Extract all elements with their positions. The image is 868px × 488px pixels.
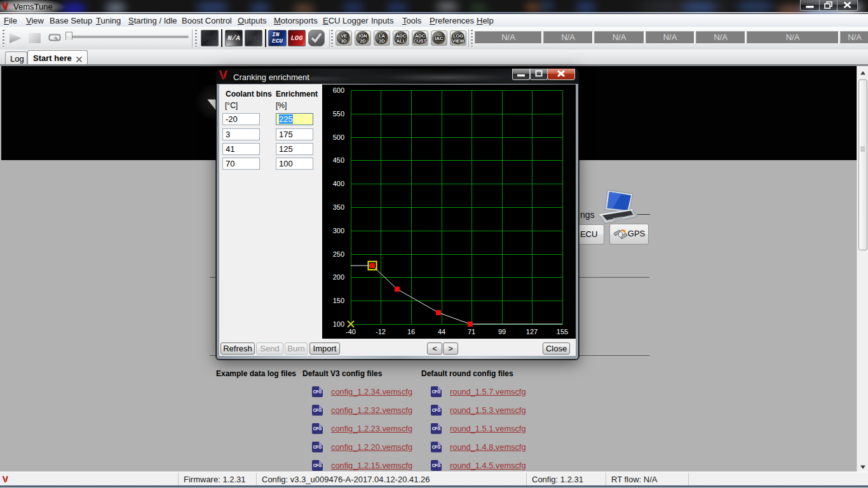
svg-text:16: 16 xyxy=(407,328,415,336)
svg-text:300: 300 xyxy=(333,227,344,234)
svg-text:600: 600 xyxy=(333,86,344,94)
svg-text:350: 350 xyxy=(333,203,344,211)
svg-text:-12: -12 xyxy=(376,328,386,336)
svg-text:127: 127 xyxy=(526,328,538,336)
svg-text:400: 400 xyxy=(333,180,344,187)
svg-text:155: 155 xyxy=(557,328,568,336)
svg-text:100: 100 xyxy=(333,320,344,328)
svg-text:44: 44 xyxy=(438,328,445,336)
svg-text:-40: -40 xyxy=(346,328,356,336)
svg-text:99: 99 xyxy=(498,328,506,336)
svg-text:150: 150 xyxy=(333,297,344,304)
svg-text:500: 500 xyxy=(333,133,344,141)
svg-text:200: 200 xyxy=(333,273,344,281)
svg-text:450: 450 xyxy=(333,156,344,164)
svg-text:550: 550 xyxy=(333,110,344,118)
svg-text:250: 250 xyxy=(333,250,344,258)
svg-text:71: 71 xyxy=(468,328,475,336)
